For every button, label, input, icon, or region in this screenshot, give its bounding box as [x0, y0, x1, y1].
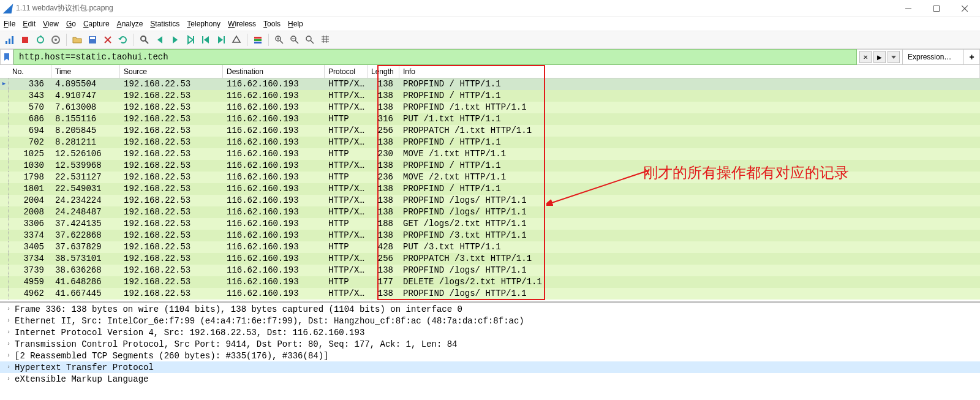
packet-row[interactable]: 179822.531127192.168.22.53116.62.160.193… — [0, 172, 980, 183]
filter-bookmark-icon[interactable] — [0, 49, 13, 65]
packet-row[interactable]: 337437.622868192.168.22.53116.62.160.193… — [0, 230, 980, 241]
details-row[interactable]: ›Ethernet II, Src: IntelCor_6e:f7:99 (e4… — [0, 315, 980, 326]
toolbar-start-capture-icon[interactable] — [2, 32, 17, 47]
cell-dst: 116.62.160.193 — [223, 90, 325, 102]
packet-list-header[interactable]: No. Time Source Destination Protocol Len… — [0, 65, 980, 78]
packet-row[interactable]: 340537.637829192.168.22.53116.62.160.193… — [0, 241, 980, 253]
display-filter-field[interactable] — [13, 49, 857, 65]
cell-info: PROPFIND / HTTP/1.1 — [399, 137, 980, 148]
packet-row[interactable]: 3434.910747192.168.22.53116.62.160.193HT… — [0, 90, 980, 102]
toolbar-zoom-in-icon[interactable] — [272, 32, 287, 47]
toolbar-go-first-icon[interactable] — [198, 32, 213, 47]
toolbar-resize-columns-icon[interactable] — [318, 32, 333, 47]
toolbar-open-icon[interactable] — [70, 32, 85, 47]
details-text: Ethernet II, Src: IntelCor_6e:f7:99 (e4:… — [15, 316, 524, 326]
toolbar-zoom-reset-icon[interactable] — [303, 32, 317, 47]
toolbar-go-back-icon[interactable] — [153, 32, 167, 47]
toolbar-go-to-packet-icon[interactable] — [183, 32, 198, 47]
cell-info: PROPPATCH /1.txt HTTP/1.1 — [399, 125, 980, 137]
expand-caret-icon[interactable]: › — [5, 306, 12, 312]
packet-row[interactable]: 102512.526106192.168.22.53116.62.160.193… — [0, 148, 980, 160]
col-head-no[interactable]: No. — [9, 65, 51, 78]
menu-help[interactable]: Help — [288, 20, 303, 28]
menu-analyze[interactable]: Analyze — [117, 20, 143, 28]
maximize-button[interactable] — [922, 0, 951, 17]
toolbar-zoom-out-icon[interactable] — [287, 32, 302, 47]
packet-row[interactable]: 373438.573101192.168.22.53116.62.160.193… — [0, 253, 980, 265]
cell-info: PROPFIND /3.txt HTTP/1.1 — [399, 230, 980, 241]
cell-no: 4962 — [9, 288, 51, 300]
col-head-protocol[interactable]: Protocol — [325, 65, 368, 78]
minimize-button[interactable] — [894, 0, 922, 17]
menu-file[interactable]: File — [4, 20, 15, 28]
expand-caret-icon[interactable]: › — [5, 375, 12, 382]
packet-row[interactable]: 3364.895504192.168.22.53116.62.160.193HT… — [0, 78, 980, 90]
cell-src: 192.168.22.53 — [120, 160, 223, 172]
toolbar-go-last-icon[interactable] — [214, 32, 228, 47]
col-head-info[interactable]: Info — [399, 65, 980, 78]
col-head-source[interactable]: Source — [120, 65, 223, 78]
details-row[interactable]: ›Transmission Control Protocol, Src Port… — [0, 338, 980, 350]
expand-caret-icon[interactable]: › — [5, 364, 12, 371]
details-row[interactable]: ›Hypertext Transfer Protocol — [0, 361, 980, 373]
packet-row[interactable]: 496241.667445192.168.22.53116.62.160.193… — [0, 288, 980, 300]
packet-row[interactable]: 495941.648286192.168.22.53116.62.160.193… — [0, 276, 980, 288]
menu-tools[interactable]: Tools — [263, 20, 281, 28]
cell-len: 256 — [368, 253, 399, 265]
cell-src: 192.168.22.53 — [120, 148, 223, 160]
menu-edit[interactable]: Edit — [23, 20, 36, 28]
packet-row[interactable]: 200824.248487192.168.22.53116.62.160.193… — [0, 206, 980, 218]
filter-add-button[interactable]: + — [964, 49, 980, 65]
details-row[interactable]: ›Internet Protocol Version 4, Src: 192.1… — [0, 326, 980, 338]
packet-row[interactable]: 180122.549031192.168.22.53116.62.160.193… — [0, 183, 980, 195]
col-head-destination[interactable]: Destination — [223, 65, 325, 78]
filter-recent-button[interactable] — [888, 51, 900, 63]
menu-capture[interactable]: Capture — [83, 20, 110, 28]
details-row[interactable]: ›[2 Reassembled TCP Segments (260 bytes)… — [0, 350, 980, 361]
menu-go[interactable]: Go — [66, 20, 76, 28]
col-head-time[interactable]: Time — [51, 65, 120, 78]
cell-src: 192.168.22.53 — [120, 183, 223, 195]
cell-no: 3405 — [9, 241, 51, 253]
packet-list-pane[interactable]: No. Time Source Destination Protocol Len… — [0, 65, 980, 303]
details-row[interactable]: ›Frame 336: 138 bytes on wire (1104 bits… — [0, 303, 980, 315]
menu-wireless[interactable]: Wireless — [228, 20, 256, 28]
toolbar-reload-icon[interactable] — [116, 32, 130, 47]
packet-row[interactable]: 200424.234224192.168.22.53116.62.160.193… — [0, 195, 980, 206]
toolbar-stop-capture-icon[interactable] — [18, 32, 32, 47]
packet-row[interactable]: 103012.539968192.168.22.53116.62.160.193… — [0, 160, 980, 172]
expand-caret-icon[interactable]: › — [5, 341, 12, 347]
toolbar-capture-options-icon[interactable] — [48, 32, 63, 47]
expand-caret-icon[interactable]: › — [5, 329, 12, 336]
packet-row[interactable]: 7028.281211192.168.22.53116.62.160.193HT… — [0, 137, 980, 148]
svg-point-11 — [55, 39, 57, 41]
menu-view[interactable]: View — [43, 20, 59, 28]
toolbar-close-icon[interactable] — [100, 32, 115, 47]
svg-rect-4 — [6, 41, 7, 44]
toolbar-colorize-icon[interactable] — [251, 32, 265, 47]
packet-row[interactable]: 373938.636268192.168.22.53116.62.160.193… — [0, 265, 980, 276]
filter-clear-button[interactable]: ✕ — [859, 51, 872, 63]
packet-row[interactable]: 6948.205845192.168.22.53116.62.160.193HT… — [0, 125, 980, 137]
toolbar-save-icon[interactable] — [85, 32, 100, 47]
packet-row[interactable]: 5707.613008192.168.22.53116.62.160.193HT… — [0, 102, 980, 113]
packet-row[interactable]: 330637.424135192.168.22.53116.62.160.193… — [0, 218, 980, 230]
toolbar-go-forward-icon[interactable] — [168, 32, 183, 47]
details-row[interactable]: ›eXtensible Markup Language — [0, 373, 980, 385]
filter-apply-button[interactable]: ▶ — [873, 51, 886, 63]
menu-telephony[interactable]: Telephony — [187, 20, 221, 28]
toolbar-autoscroll-icon[interactable] — [229, 32, 244, 47]
filter-expression-button[interactable]: Expression… — [903, 49, 964, 65]
menu-statistics[interactable]: Statistics — [150, 20, 179, 28]
col-head-length[interactable]: Length — [368, 65, 399, 78]
toolbar-find-icon[interactable] — [137, 32, 152, 47]
display-filter-input[interactable] — [18, 51, 853, 62]
cell-src: 192.168.22.53 — [120, 125, 223, 137]
close-button[interactable] — [951, 0, 979, 17]
cell-dst: 116.62.160.193 — [223, 241, 325, 253]
packet-details-pane[interactable]: ›Frame 336: 138 bytes on wire (1104 bits… — [0, 303, 980, 394]
expand-caret-icon[interactable]: › — [5, 317, 12, 324]
expand-caret-icon[interactable]: › — [5, 352, 12, 359]
toolbar-restart-capture-icon[interactable] — [33, 32, 48, 47]
packet-row[interactable]: 6868.155116192.168.22.53116.62.160.193HT… — [0, 113, 980, 125]
